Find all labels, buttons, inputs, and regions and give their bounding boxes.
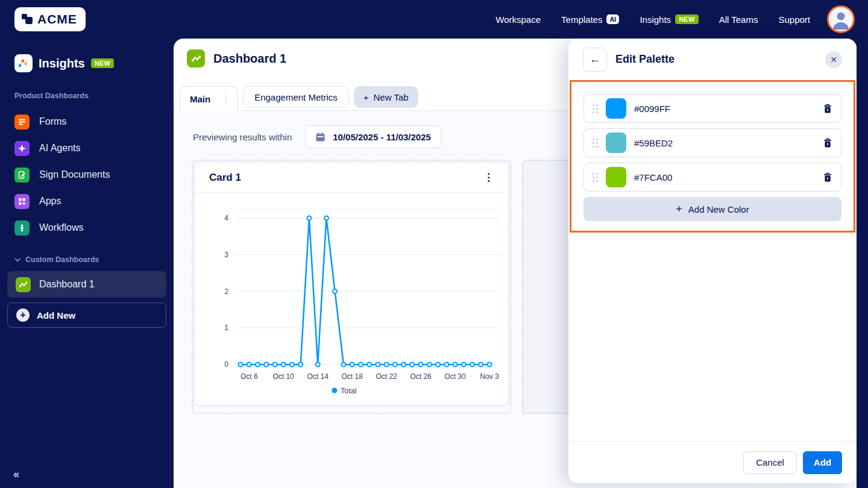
sidebar-item-forms[interactable]: Forms xyxy=(0,108,174,135)
date-range-picker[interactable]: 10/05/2025 - 11/03/2025 xyxy=(305,125,441,148)
top-bar: ACME Workspace TemplatesAI InsightsNEW A… xyxy=(0,0,868,39)
color-swatch[interactable] xyxy=(606,98,626,119)
sidebar: Insights NEW Product Dashboards Forms AI… xyxy=(0,39,174,488)
sidebar-header: Insights NEW xyxy=(0,39,174,72)
card-menu-icon[interactable]: ⋮ xyxy=(483,171,494,184)
svg-text:Nov 3: Nov 3 xyxy=(480,372,499,381)
plus-icon: + xyxy=(676,203,682,216)
trash-icon[interactable] xyxy=(823,104,832,114)
svg-text:0: 0 xyxy=(224,360,228,369)
svg-text:4: 4 xyxy=(224,214,228,222)
forms-icon xyxy=(14,114,30,130)
color-swatch[interactable] xyxy=(606,133,626,153)
sidebar-item-label: Forms xyxy=(39,116,66,127)
ai-agents-icon xyxy=(14,141,30,156)
tab-options-icon[interactable]: ⋮ xyxy=(221,93,230,104)
svg-text:Oct 30: Oct 30 xyxy=(444,372,466,381)
sidebar-title: Insights xyxy=(39,57,85,70)
card-header: Card 1 ⋮ xyxy=(195,163,508,193)
workflows-icon xyxy=(14,221,30,236)
new-tab-button[interactable]: + New Tab xyxy=(354,86,418,108)
svg-text:Oct 14: Oct 14 xyxy=(307,372,329,381)
svg-text:Oct 10: Oct 10 xyxy=(273,372,295,381)
chart-svg: 01234Oct 6Oct 10Oct 14Oct 18Oct 22Oct 26… xyxy=(195,193,509,406)
sidebar-item-ai-agents[interactable]: AI Agents xyxy=(0,135,174,161)
svg-text:Total: Total xyxy=(341,387,356,395)
svg-text:Oct 18: Oct 18 xyxy=(341,372,363,381)
card-title: Card 1 xyxy=(209,172,241,184)
svg-text:3: 3 xyxy=(224,251,228,259)
back-button[interactable]: ← xyxy=(583,48,607,72)
sidebar-item-apps[interactable]: Apps xyxy=(0,188,174,214)
ai-badge: AI xyxy=(606,14,619,24)
sidebar-item-label: Sign Documents xyxy=(39,169,110,180)
calendar-icon xyxy=(315,132,326,142)
chevron-down-icon xyxy=(14,258,20,262)
add-new-dashboard-button[interactable]: + Add New xyxy=(7,302,166,328)
panel-footer: Cancel Add xyxy=(568,441,857,483)
preview-label: Previewing results within xyxy=(193,132,292,142)
page-title: Dashboard 1 xyxy=(213,52,286,66)
avatar[interactable] xyxy=(827,5,855,33)
color-row: #7FCA00 xyxy=(583,163,841,192)
nav-insights[interactable]: InsightsNEW xyxy=(640,14,698,25)
sign-documents-icon xyxy=(14,167,30,183)
acme-logo-icon xyxy=(20,13,34,26)
sidebar-item-label: AI Agents xyxy=(39,143,81,154)
tab-main[interactable]: Main ⋮ xyxy=(180,86,238,111)
dashboard-icon xyxy=(16,277,31,292)
section-product-dashboards: Product Dashboards xyxy=(0,92,174,100)
add-button[interactable]: Add xyxy=(803,451,842,474)
color-hex-value: #0099FF xyxy=(634,104,670,114)
line-chart: 01234Oct 6Oct 10Oct 14Oct 18Oct 22Oct 26… xyxy=(195,193,509,406)
date-filter-row: Previewing results within 10/05/2025 - 1… xyxy=(193,125,441,148)
trash-icon[interactable] xyxy=(823,172,832,183)
sidebar-item-workflows[interactable]: Workflows xyxy=(0,214,174,241)
product-dashboards-list: Forms AI Agents Sign Documents Apps Work… xyxy=(0,108,174,241)
close-icon[interactable]: ✕ xyxy=(825,51,842,68)
sidebar-item-label: Dashboard 1 xyxy=(39,279,95,290)
color-hex-value: #59BED2 xyxy=(634,138,673,148)
cancel-button[interactable]: Cancel xyxy=(743,451,797,474)
svg-text:Oct 6: Oct 6 xyxy=(241,372,258,381)
plus-circle-icon: + xyxy=(16,308,30,322)
color-swatch[interactable] xyxy=(606,167,626,187)
color-hex-value: #7FCA00 xyxy=(634,172,672,183)
plus-icon: + xyxy=(363,92,369,102)
palette-highlight-box: #0099FF #59BED2 #7FCA00 + Add New Color xyxy=(570,80,855,233)
date-range-value: 10/05/2025 - 11/03/2025 xyxy=(333,132,431,142)
card-1: Card 1 ⋮ 01234Oct 6Oct 10Oct 14Oct 18Oct… xyxy=(194,162,509,405)
drag-handle-icon[interactable] xyxy=(593,173,598,182)
add-new-color-button[interactable]: + Add New Color xyxy=(583,197,841,221)
sidebar-new-badge: NEW xyxy=(91,58,115,68)
sidebar-item-label: Apps xyxy=(39,196,61,207)
edit-palette-panel: ← Edit Palette ✕ #0099FF #59BED2 #7FCA00 xyxy=(568,39,857,483)
color-row: #59BED2 xyxy=(583,128,841,157)
top-nav: Workspace TemplatesAI InsightsNEW All Te… xyxy=(495,14,810,25)
acme-logo-text: ACME xyxy=(37,12,77,27)
color-row: #0099FF xyxy=(583,94,841,123)
sidebar-item-dashboard-1[interactable]: Dashboard 1 xyxy=(7,271,166,298)
nav-workspace[interactable]: Workspace xyxy=(495,14,541,25)
svg-text:Oct 22: Oct 22 xyxy=(376,372,397,381)
tab-engagement-metrics[interactable]: Engagement Metrics xyxy=(243,86,349,108)
new-badge: NEW xyxy=(675,14,699,24)
trash-icon[interactable] xyxy=(823,138,832,148)
sidebar-item-label: Workflows xyxy=(39,222,84,233)
user-icon xyxy=(831,9,851,30)
dashboard-icon xyxy=(187,49,205,67)
insights-icon xyxy=(14,54,33,72)
drag-handle-icon[interactable] xyxy=(593,139,598,148)
apps-icon xyxy=(14,194,30,209)
dashboard-header: Dashboard 1 xyxy=(187,49,286,67)
nav-all-teams[interactable]: All Teams xyxy=(719,14,758,25)
section-custom-dashboards[interactable]: Custom Dashboards xyxy=(0,255,174,264)
nav-support[interactable]: Support xyxy=(778,14,810,25)
drag-handle-icon[interactable] xyxy=(593,104,598,113)
panel-header: ← Edit Palette ✕ xyxy=(568,39,857,80)
sidebar-item-sign-documents[interactable]: Sign Documents xyxy=(0,161,174,188)
nav-templates[interactable]: TemplatesAI xyxy=(561,14,619,25)
panel-title: Edit Palette xyxy=(615,53,675,66)
acme-logo[interactable]: ACME xyxy=(14,7,86,31)
sidebar-collapse-button[interactable]: « xyxy=(13,468,19,481)
